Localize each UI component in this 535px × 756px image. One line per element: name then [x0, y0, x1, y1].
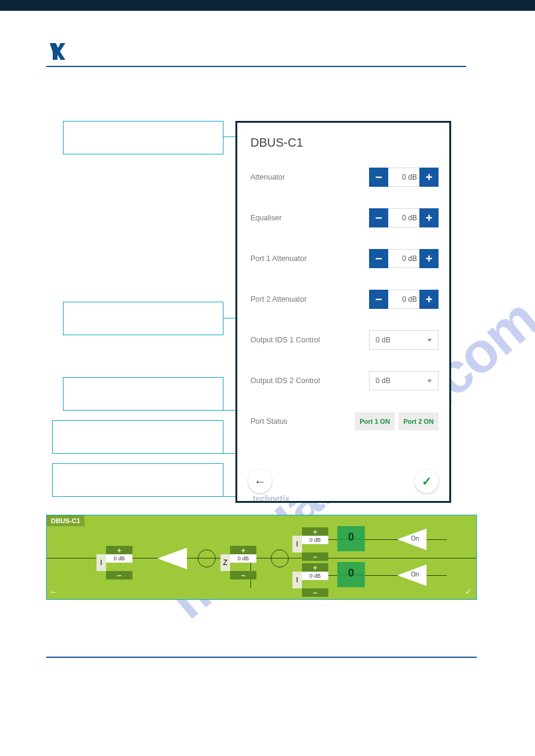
attenuator-value[interactable]: 0 dB — [388, 168, 419, 187]
amplifier-icon — [158, 548, 187, 569]
plus-button[interactable]: + — [419, 168, 439, 187]
label-port-status: Port Status — [250, 417, 355, 426]
port2-att-value[interactable]: 0 dB — [388, 290, 419, 309]
label-ids2: Output IDS 2 Control — [250, 377, 369, 385]
output-amp-2[interactable]: On — [397, 564, 427, 586]
plus-button[interactable]: + — [419, 290, 439, 309]
minus-button[interactable]: − — [369, 168, 388, 187]
callout-box-5 — [52, 463, 223, 497]
callout-box-4 — [52, 420, 223, 454]
window-titlebar — [0, 0, 535, 11]
brand-footer-text: technetix — [253, 494, 289, 503]
minus-button[interactable]: − — [369, 249, 388, 268]
brand-logo — [48, 41, 67, 60]
port1-toggle[interactable]: Port 1 ON — [355, 412, 395, 430]
confirm-button[interactable]: ✓ — [415, 469, 439, 493]
row-equaliser: Equaliser − 0 dB + — [250, 208, 439, 227]
splitter-icon — [198, 549, 216, 567]
diagram-node-i-bottom[interactable]: + I0 dB − — [292, 563, 328, 597]
panel-title: DBUS-C1 — [250, 136, 439, 150]
row-ids1: Output IDS 1 Control 0 dB — [250, 330, 439, 350]
ids1-value: 0 dB — [376, 336, 391, 344]
label-port2-att: Port 2 Attenuator — [250, 295, 369, 303]
ids2-value: 0 dB — [376, 377, 391, 385]
row-ids2: Output IDS 2 Control 0 dB — [250, 371, 439, 390]
footer-rule — [46, 657, 477, 658]
arrow-left-icon: ← — [254, 475, 266, 488]
device-panel: DBUS-C1 Attenuator − 0 dB + Equaliser − … — [235, 121, 451, 503]
port2-toggle[interactable]: Port 2 ON — [398, 412, 439, 430]
diagram-node-i-top[interactable]: + I0 dB − — [292, 527, 328, 561]
label-port1-att: Port 1 Attenuator — [250, 254, 369, 263]
equaliser-value[interactable]: 0 dB — [388, 208, 419, 227]
chevron-down-icon — [427, 379, 432, 382]
signal-diagram: DBUS-C1 + I0 dB − + Z0 dB − + I0 dB − + … — [46, 515, 477, 600]
output-amp-1[interactable]: On — [397, 529, 427, 550]
label-attenuator: Attenuator — [250, 173, 369, 181]
port1-att-value[interactable]: 0 dB — [388, 249, 419, 268]
diagram-tag: DBUS-C1 — [47, 515, 84, 526]
minus-button[interactable]: − — [369, 290, 388, 309]
label-equaliser: Equaliser — [250, 214, 369, 222]
row-attenuator: Attenuator − 0 dB + — [250, 168, 439, 187]
splitter-icon — [271, 549, 289, 567]
ids1-dropdown[interactable]: 0 dB — [369, 330, 439, 350]
label-ids1: Output IDS 1 Control — [250, 336, 369, 344]
chevron-down-icon — [427, 339, 432, 342]
plus-button[interactable]: + — [419, 249, 439, 268]
header-rule — [46, 66, 466, 67]
ids2-dropdown[interactable]: 0 dB — [369, 371, 439, 390]
diagram-confirm-icon[interactable]: ✓ — [463, 585, 474, 597]
callout-box-1 — [63, 121, 223, 154]
filter-block-1[interactable]: 0 — [337, 526, 365, 551]
diagram-node-i1[interactable]: + I0 dB − — [96, 546, 132, 579]
plus-button[interactable]: + — [419, 208, 439, 227]
filter-block-2[interactable]: 0 — [337, 562, 365, 587]
callout-box-2 — [63, 302, 223, 335]
diagram-node-z[interactable]: + Z0 dB − — [220, 546, 256, 579]
check-icon: ✓ — [422, 474, 432, 488]
minus-button[interactable]: − — [369, 208, 388, 227]
row-port-status: Port Status Port 1 ON Port 2 ON — [250, 412, 439, 431]
row-port2-att: Port 2 Attenuator − 0 dB + — [250, 290, 439, 309]
row-port1-att: Port 1 Attenuator − 0 dB + — [250, 249, 439, 268]
diagram-back-icon[interactable]: ← — [48, 586, 60, 598]
back-button[interactable]: ← — [248, 469, 272, 493]
callout-box-3 — [63, 377, 223, 411]
